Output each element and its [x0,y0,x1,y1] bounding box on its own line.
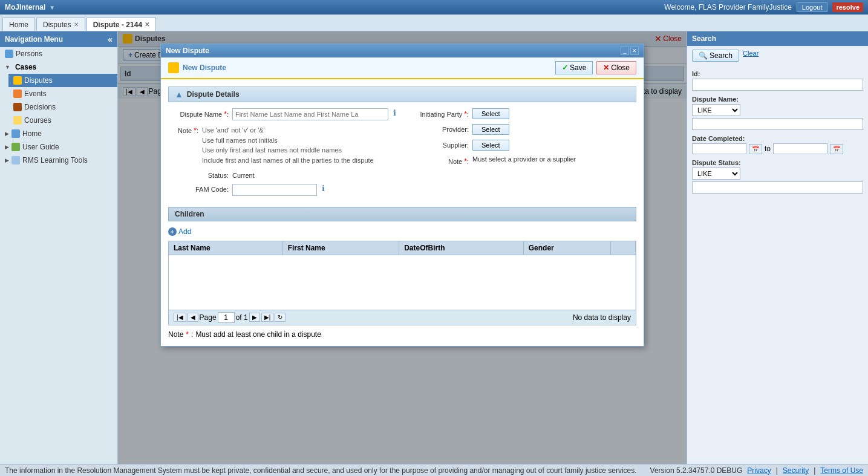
app-title: MoJInternal [5,3,45,11]
sidebar-toggle[interactable]: « [108,34,113,44]
modal-minimize-button[interactable]: _ [621,47,629,55]
modal-save-button[interactable]: ✓ Save [555,61,593,74]
topbar: MoJInternal ▼ Welcome, FLAS Provider Fam… [0,0,868,15]
search-date-to-picker[interactable]: 📅 [830,144,843,154]
search-dispute-name-input[interactable] [692,118,863,130]
sidebar-item-courses[interactable]: Courses [8,114,117,127]
tab-home-label: Home [9,21,28,29]
disputes-icon [13,76,22,85]
supplier-row: Supplier: Select [408,140,636,151]
col-lastname: Last Name [169,241,282,255]
terms-link[interactable]: Terms of Use [820,466,863,475]
search-date-completed-field: Date Completed: 📅 to 📅 [692,135,863,154]
sidebar-item-rms[interactable]: ▶ RMS Learning Tools [0,154,117,167]
children-footer-note: Note * : Must add at least one child in … [168,330,636,339]
children-page-refresh[interactable]: ↻ [275,313,286,322]
modal-close-x-button[interactable]: ✕ [630,47,639,55]
modal-close-label: Close [611,64,630,72]
tab-dispute-2144-label: Dispute - 2144 [93,21,142,29]
supplier-select-button[interactable]: Select [472,140,509,151]
sidebar-rms-label: RMS Learning Tools [22,156,88,165]
sidebar-item-userguide[interactable]: ▶ User Guide [0,140,117,154]
tab-home[interactable]: Home [2,18,35,31]
search-date-from-input[interactable] [692,143,746,154]
supplier-label: Supplier: [408,140,469,149]
children-header: Children [168,207,636,221]
search-date-to-label: to [765,145,771,153]
save-checkmark-icon: ✓ [562,64,568,72]
children-table-body [169,255,636,310]
tab-dispute-2144[interactable]: Dispute - 2144 ✕ [86,18,156,31]
fam-code-input[interactable] [232,184,317,196]
children-no-data: No data to display [573,313,631,322]
sidebar-item-cases[interactable]: ▼ Cases [0,60,117,74]
main-layout: Navigation Menu « Persons ▼ Cases Disput… [0,31,868,464]
children-page-next[interactable]: ▶ [249,313,260,322]
sidebar-item-events[interactable]: Events [8,87,117,100]
children-table: Last Name First Name DateOfBirth Gender [169,241,636,310]
provider-supplier-note-row: Note *: Must select a provider or a supp… [408,155,636,166]
provider-label: Provider: [408,124,469,133]
provider-select-button[interactable]: Select [472,124,509,135]
tab-disputes-close[interactable]: ✕ [74,21,79,28]
search-button[interactable]: 🔍 Search [692,50,739,62]
dispute-name-input[interactable] [232,108,388,120]
sidebar-item-decisions[interactable]: Decisions [8,100,117,114]
search-header: Search [687,31,868,46]
children-table-wrap: Last Name First Name DateOfBirth Gender [168,241,636,325]
search-dispute-status-input[interactable] [692,181,863,194]
sidebar: Navigation Menu « Persons ▼ Cases Disput… [0,31,118,464]
search-dispute-name-row: LIKE = != [692,104,863,116]
modal-titlebar-btns: _ ✕ [621,47,639,55]
search-date-to-input[interactable] [773,143,827,154]
children-page-first[interactable]: |◀ [174,313,186,322]
modal-overlay: New Dispute _ ✕ New Dispute ✓ Save [118,31,687,464]
dispute-name-info-icon[interactable]: ℹ [393,108,396,117]
topbar-left: MoJInternal ▼ [5,3,55,11]
search-dispute-name-operator[interactable]: LIKE = != [692,104,740,116]
clear-button[interactable]: Clear [743,50,759,62]
dispute-details-section-header: ▲ Dispute Details [168,86,636,102]
userguide-icon [11,143,20,151]
search-date-from-picker[interactable]: 📅 [749,144,762,154]
children-page-prev[interactable]: ◀ [188,313,198,322]
children-page-nav: |◀ ◀ Page of 1 ▶ ▶| ↻ [174,312,286,323]
children-page-last[interactable]: ▶| [261,313,274,322]
sidebar-decisions-label: Decisions [24,103,56,111]
initiating-party-row: Initiating Party *: Select [408,108,636,119]
footer-note-text: Must add at least one child in a dispute [195,330,321,339]
note-text: Use 'and' not 'v' or '&' Use full names … [202,125,374,165]
search-dispute-status-row: LIKE = != [692,168,863,180]
tab-dispute-2144-close[interactable]: ✕ [145,21,149,28]
section-toggle-icon[interactable]: ▲ [175,90,183,99]
security-link[interactable]: Security [783,466,809,475]
dispute-name-label: Dispute Name *: [168,108,229,119]
sidebar-item-home[interactable]: ▶ Home [0,127,117,140]
privacy-link[interactable]: Privacy [747,466,771,475]
children-section: Children + Add [168,207,636,339]
modal-close-button[interactable]: ✕ Close [596,61,636,74]
initiating-party-select-button[interactable]: Select [472,108,509,119]
note-row: Note *: Use 'and' not 'v' or '&' Use ful… [168,125,396,165]
dispute-details-title: Dispute Details [187,90,240,99]
welcome-text: Welcome, FLAS Provider FamilyJustice [664,3,792,11]
search-icon: 🔍 [699,51,708,60]
children-page-input[interactable] [218,312,235,323]
search-dispute-name-label: Dispute Name: [692,96,863,103]
sidebar-home-label: Home [22,129,42,138]
sidebar-title: Navigation Menu [5,35,63,44]
fam-code-info-icon[interactable]: ℹ [322,184,325,193]
rms-icon [11,156,20,165]
search-id-input[interactable] [692,79,863,91]
app-logo: resolve [832,2,863,12]
search-dispute-status-operator[interactable]: LIKE = != [692,168,740,180]
logout-button[interactable]: Logout [797,2,828,12]
fam-code-row: FAM Code: ℹ [168,184,396,196]
sidebar-item-persons[interactable]: Persons [0,47,117,60]
content-area: Disputes ✕ Close + Create Dispute Id Dis… [118,31,687,464]
children-add-button[interactable]: + Add [168,227,191,236]
tab-disputes[interactable]: Disputes ✕ [36,18,85,31]
modal-save-label: Save [570,64,586,72]
col-gender: Gender [523,241,610,255]
sidebar-item-disputes[interactable]: Disputes [8,74,117,87]
